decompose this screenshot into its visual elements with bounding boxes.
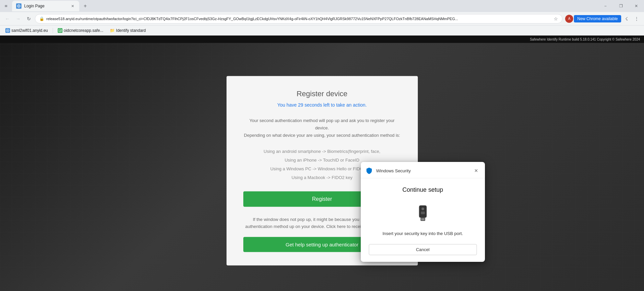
card-description: Your second authentication method will p… [243,117,401,139]
bookmark-saml[interactable]: saml2wif01.anyid.eu [3,27,51,34]
minimize-button[interactable]: − [598,0,613,12]
bookmark-identify-label: Identify standard [116,28,146,33]
chrome-menu-button[interactable] [0,0,12,12]
active-tab[interactable]: Login Page ✕ [12,1,79,11]
tab-title: Login Page [24,4,67,8]
dialog-subtitle: Continue setup [369,186,477,193]
bookmarks-bar: saml2wif01.anyid.eu oidcnetcoreapp.safe.… [0,25,644,36]
bookmark-saml-label: saml2wif01.anyid.eu [11,28,48,33]
bookmark-oidc[interactable]: oidcnetcoreapp.safe... [55,27,106,34]
extensions-button[interactable]: ☇ [622,14,631,23]
dialog-close-button[interactable]: ✕ [472,167,480,175]
close-window-button[interactable]: ✕ [629,0,644,12]
url-text: release518.anyid.eu/runtime/otpauth/twof… [46,17,552,21]
card-description-text: Your second authentication method will p… [244,118,400,138]
tab-favicon [16,3,21,9]
bookmark-oidc-icon [58,28,62,33]
tab-bar-left: Login Page ✕ + [0,0,90,12]
dialog-header-left: Windows Security [365,167,411,174]
content-area: Register device You have 29 seconds left… [0,43,644,291]
bookmark-oidc-label: oidcnetcoreapp.safe... [64,28,103,33]
dialog-instruction: Insert your security key into the USB po… [369,231,477,236]
chrome-notification-button[interactable]: New Chrome available [574,15,621,22]
dialog-cancel-button[interactable]: Cancel [369,244,477,255]
windows-shield-icon [365,167,373,174]
svg-rect-9 [421,212,425,214]
usb-icon-wrapper [369,203,477,223]
forward-button[interactable]: → [13,14,23,23]
bookmark-star-icon[interactable]: ☆ [554,16,558,21]
usb-security-key-icon [414,203,431,223]
card-timer: You have 29 seconds left to take an acti… [243,102,401,108]
svg-point-3 [7,30,8,31]
address-bar-actions: A New Chrome available ☇ ⋮ [565,14,641,23]
security-lock-icon: 🔒 [39,16,44,21]
restore-button[interactable]: ❐ [613,0,629,12]
dialog-body: Continue setup Insert your security [361,178,485,262]
svg-rect-7 [421,218,425,220]
copyright-text: Safewhere Identify Runtime build 5.18.0.… [530,38,640,41]
windows-security-dialog: Windows Security ✕ Continue setup [361,162,485,262]
bookmark-saml-icon [5,28,10,33]
method-android: Using an android smartphone -> Biometric… [243,147,401,156]
back-button[interactable]: ← [3,14,12,23]
browser-frame: Login Page ✕ + − ❐ ✕ ← → ↻ 🔒 release518.… [0,0,644,291]
card-title: Register device [243,90,401,98]
profile-avatar[interactable]: A [565,15,573,23]
bookmark-identify-icon: 📁 [110,28,115,33]
bookmark-identify[interactable]: 📁 Identify standard [107,27,149,34]
dialog-header: Windows Security ✕ [361,162,485,178]
svg-point-8 [422,208,424,210]
url-bar[interactable]: 🔒 release518.anyid.eu/runtime/otpauth/tw… [35,14,562,23]
reload-button[interactable]: ↻ [24,14,34,23]
tab-bar: Login Page ✕ + − ❐ ✕ [0,0,644,12]
dialog-title: Windows Security [376,168,411,173]
tab-close-button[interactable]: ✕ [70,3,75,9]
new-tab-button[interactable]: + [81,1,90,11]
chrome-menu-icon-button[interactable]: ⋮ [632,14,641,23]
address-bar: ← → ↻ 🔒 release518.anyid.eu/runtime/otpa… [0,12,644,25]
window-controls: − ❐ ✕ [598,0,644,12]
copyright-bar: Safewhere Identify Runtime build 5.18.0.… [0,36,644,43]
bookmark-separator [53,28,53,33]
